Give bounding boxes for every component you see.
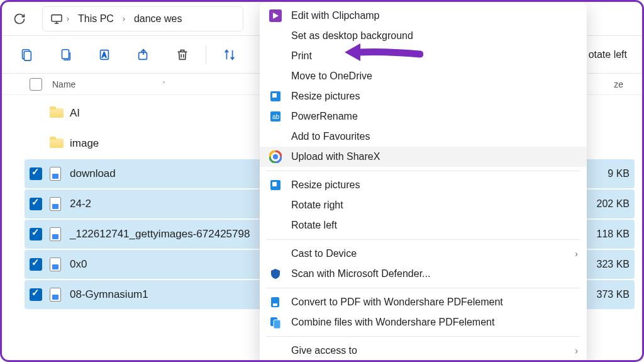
clipchamp-icon xyxy=(269,9,282,23)
sort-button[interactable] xyxy=(216,42,243,68)
menu-item[interactable]: Edit with Clipchamp xyxy=(260,6,587,26)
menu-item[interactable]: Convert to PDF with Wondershare PDFeleme… xyxy=(260,292,587,312)
menu-item-label: Resize pictures xyxy=(291,91,578,102)
svg-rect-21 xyxy=(273,303,277,306)
svg-rect-6 xyxy=(139,52,147,59)
refresh-button[interactable] xyxy=(7,6,32,31)
menu-item[interactable]: Rotate right xyxy=(260,195,587,215)
menu-item[interactable]: Cast to Device› xyxy=(260,244,587,264)
folder-icon xyxy=(50,137,64,150)
menu-item[interactable]: Give access to› xyxy=(260,341,587,361)
menu-item-label: Edit with Clipchamp xyxy=(291,10,578,21)
column-name[interactable]: Name˄ xyxy=(52,79,165,89)
chevron-right-icon: › xyxy=(575,249,578,259)
image-file-icon xyxy=(50,227,64,241)
menu-item-label: Upload with ShareX xyxy=(291,151,578,162)
menu-item-label: Print xyxy=(291,50,578,62)
menu-item-label: Move to OneDrive xyxy=(291,71,578,82)
file-size: 373 KB xyxy=(592,289,630,300)
menu-item-label: PowerRename xyxy=(291,111,578,122)
row-checkbox[interactable] xyxy=(30,198,42,210)
svg-rect-19 xyxy=(272,182,277,186)
menu-item[interactable]: Upload with ShareX xyxy=(260,147,587,167)
svg-text:ab: ab xyxy=(272,113,280,120)
menu-item-label: Cast to Device xyxy=(291,248,575,259)
copy-button[interactable] xyxy=(52,42,79,68)
delete-button[interactable] xyxy=(169,42,196,68)
menu-icon-blank xyxy=(269,198,282,212)
menu-item[interactable]: Set as desktop background xyxy=(260,26,587,46)
rotate-left-label-partial[interactable]: otate left xyxy=(589,49,637,60)
row-checkbox[interactable] xyxy=(30,167,42,180)
menu-item-label: Rotate right xyxy=(291,200,578,211)
row-checkbox[interactable] xyxy=(30,228,42,240)
menu-separator xyxy=(266,239,580,240)
svg-rect-23 xyxy=(274,320,280,329)
menu-separator xyxy=(266,171,580,171)
menu-icon-blank xyxy=(269,49,282,63)
image-file-icon xyxy=(50,257,64,271)
rename-button[interactable]: A xyxy=(91,42,118,68)
breadcrumb-this-pc[interactable]: This PC xyxy=(73,11,119,27)
menu-item-label: Rotate left xyxy=(291,220,578,231)
monitor-icon xyxy=(50,14,63,24)
context-menu: Edit with ClipchampSet as desktop backgr… xyxy=(260,2,587,362)
pdf-combine-icon xyxy=(269,315,282,329)
menu-item-label: Resize pictures xyxy=(291,179,578,191)
svg-text:A: A xyxy=(102,51,106,58)
sharex-icon xyxy=(269,150,282,164)
menu-icon-blank xyxy=(269,29,282,43)
resize-blue-icon xyxy=(269,89,282,103)
menu-item-label: Combine files with Wondershare PDFelemen… xyxy=(291,317,578,328)
menu-item[interactable]: Print xyxy=(260,46,587,66)
pdf-blue-icon xyxy=(269,295,282,309)
menu-item[interactable]: Scan with Microsoft Defender... xyxy=(260,264,587,284)
select-all-checkbox[interactable] xyxy=(30,78,42,91)
chevron-right-icon: › xyxy=(575,346,578,356)
file-size: 118 KB xyxy=(592,229,630,240)
row-checkbox[interactable] xyxy=(30,288,42,301)
menu-item[interactable]: abPowerRename xyxy=(260,106,587,127)
svg-point-17 xyxy=(273,154,278,159)
menu-item[interactable]: Move to OneDrive xyxy=(260,66,587,86)
resize-blue-icon xyxy=(269,178,282,192)
shield-icon xyxy=(269,267,282,281)
sort-indicator-icon: ˄ xyxy=(162,81,165,88)
column-size-partial[interactable]: ze xyxy=(614,79,635,89)
svg-rect-0 xyxy=(52,14,62,21)
breadcrumb[interactable]: › This PC › dance wes xyxy=(42,6,243,31)
file-size: 202 KB xyxy=(592,198,630,210)
svg-rect-10 xyxy=(272,93,277,98)
menu-item-label: Scan with Microsoft Defender... xyxy=(291,268,578,280)
menu-item[interactable]: Resize pictures xyxy=(260,175,587,195)
menu-icon-blank xyxy=(269,218,282,232)
menu-item-label: Add to Favourites xyxy=(291,131,578,142)
menu-item-label: Set as desktop background xyxy=(291,30,578,42)
menu-item[interactable]: Combine files with Wondershare PDFelemen… xyxy=(260,312,587,332)
menu-item-label: Convert to PDF with Wondershare PDFeleme… xyxy=(291,297,578,308)
svg-rect-3 xyxy=(62,49,69,59)
cut-button[interactable] xyxy=(13,42,40,68)
menu-item[interactable]: Add to Favourites xyxy=(260,127,587,147)
menu-item[interactable]: Rotate left xyxy=(260,215,587,235)
rename-blue-icon: ab xyxy=(269,110,282,123)
folder-icon xyxy=(50,106,64,120)
image-file-icon xyxy=(50,288,64,302)
file-size: 9 KB xyxy=(592,168,630,179)
svg-rect-2 xyxy=(24,51,31,60)
menu-separator xyxy=(266,336,580,337)
breadcrumb-folder[interactable]: dance wes xyxy=(129,11,187,27)
share-button[interactable] xyxy=(130,42,157,68)
menu-icon-blank xyxy=(269,130,282,144)
toolbar-divider xyxy=(206,46,206,64)
chevron-right-icon: › xyxy=(123,14,125,23)
image-file-icon xyxy=(50,197,64,211)
menu-icon-blank xyxy=(269,69,282,83)
menu-item[interactable]: Resize pictures xyxy=(260,86,587,106)
menu-icon-blank xyxy=(269,247,282,261)
row-checkbox[interactable] xyxy=(30,258,42,271)
menu-item-label: Give access to xyxy=(291,345,575,356)
chevron-right-icon: › xyxy=(67,14,69,23)
file-size: 323 KB xyxy=(592,259,630,270)
image-file-icon xyxy=(50,167,64,181)
